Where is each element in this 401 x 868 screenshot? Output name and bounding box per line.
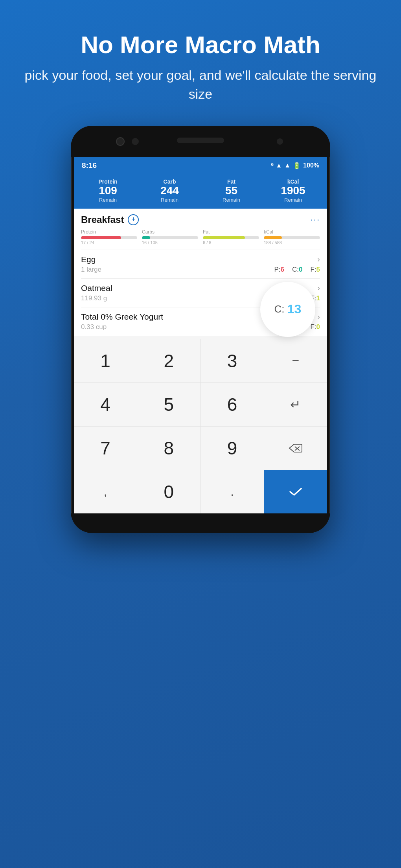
- add-food-button[interactable]: +: [128, 214, 139, 225]
- key-8[interactable]: 8: [137, 427, 200, 470]
- key-0[interactable]: 0: [137, 470, 200, 513]
- hero-subtitle: pick your food, set your goal, and we'll…: [24, 66, 377, 103]
- bubble-label: C:: [274, 303, 287, 315]
- food-name-yogurt: Total 0% Greek Yogurt: [81, 312, 163, 322]
- food-serving-egg: 1 large: [81, 266, 266, 274]
- fat-progress: Fat 6 / 8: [203, 229, 259, 245]
- food-name-oatmeal: Oatmeal: [81, 283, 112, 293]
- fat-bar-bg: [203, 236, 259, 239]
- fat-vals: 6 / 8: [203, 240, 259, 245]
- protein-prog-label: Protein: [81, 229, 137, 235]
- kcal-prog-label: kCal: [264, 229, 320, 235]
- carb-value: 244: [139, 185, 200, 197]
- meal-title-row: Breakfast +: [81, 214, 139, 225]
- food-macros-egg: P:6 C:0 F:5: [274, 266, 320, 274]
- camera-center-icon: [132, 138, 139, 145]
- food-name-row-egg: Egg ›: [81, 255, 320, 264]
- food-item-egg[interactable]: Egg › 1 large P:6 C:0 F:5: [74, 250, 327, 278]
- key-minus[interactable]: −: [264, 339, 327, 383]
- camera-icon: [116, 137, 125, 146]
- bubble-value: 13: [287, 302, 302, 316]
- numpad-row-3: 7 8 9: [74, 426, 327, 470]
- protein-bar-bg: [81, 236, 137, 239]
- chevron-right-icon-oatmeal: ›: [317, 283, 320, 292]
- key-9[interactable]: 9: [201, 427, 264, 470]
- phone-frame: 8:16 ⁶ ▲ ▲ 🔋 100% Protein 109 Remain Car…: [71, 126, 330, 533]
- protein-remain: Remain: [77, 197, 139, 203]
- chevron-right-icon-egg: ›: [317, 255, 320, 264]
- key-7[interactable]: 7: [74, 427, 137, 470]
- meal-title: Breakfast: [81, 214, 124, 225]
- food-name-egg: Egg: [81, 255, 96, 264]
- status-bar: 8:16 ⁶ ▲ ▲ 🔋 100%: [74, 157, 327, 174]
- food-serving-oatmeal: 119.93 g: [81, 294, 263, 302]
- carb-remain: Remain: [139, 197, 200, 203]
- macro-kcal: kCal 1905 Remain: [262, 178, 324, 203]
- key-2[interactable]: 2: [137, 339, 200, 383]
- key-4[interactable]: 4: [74, 383, 137, 426]
- status-icons: ⁶ ▲ ▲ 🔋 100%: [271, 162, 319, 169]
- battery-icon: 🔋: [293, 162, 301, 169]
- key-3[interactable]: 3: [201, 339, 264, 383]
- phone-top: [71, 126, 330, 157]
- kcal-vals: 188 / 588: [264, 240, 320, 245]
- fat-prog-label: Fat: [203, 229, 259, 235]
- macro-protein: Protein 109 Remain: [77, 178, 139, 203]
- protein-value: 109: [77, 185, 139, 197]
- protein-bar-fill: [81, 236, 121, 239]
- fat-label: Fat: [200, 178, 262, 185]
- wifi-icon: ⁶: [271, 162, 273, 169]
- more-options-button[interactable]: ···: [311, 215, 320, 225]
- signal-bars-icon: ▲: [284, 162, 291, 169]
- chevron-right-icon-yogurt: ›: [317, 312, 320, 321]
- meal-header: Breakfast + ···: [74, 209, 327, 228]
- egg-protein: P:6: [274, 266, 284, 274]
- hero-section: No More Macro Math pick your food, set y…: [0, 0, 401, 119]
- key-6[interactable]: 6: [201, 383, 264, 426]
- carbs-progress: Carbs 16 / 105: [142, 229, 198, 245]
- content-area: Breakfast + ··· Protein: [74, 209, 327, 513]
- carbs-vals: 16 / 105: [142, 240, 198, 245]
- kcal-bar-fill: [264, 236, 282, 239]
- key-comma[interactable]: ,: [74, 470, 137, 513]
- carb-bubble: C: 13: [260, 282, 315, 337]
- numpad-row-1: 1 2 3 −: [74, 339, 327, 383]
- protein-vals: 17 / 24: [81, 240, 137, 245]
- speaker-icon: [177, 138, 224, 143]
- kcal-label: kCal: [262, 178, 324, 185]
- kcal-bar-bg: [264, 236, 320, 239]
- numpad: 1 2 3 − 4 5 6 ↵ 7 8 9: [74, 339, 327, 513]
- key-dot[interactable]: .: [201, 470, 264, 513]
- key-backspace[interactable]: [264, 427, 327, 470]
- fat-bar-fill: [203, 236, 245, 239]
- key-5[interactable]: 5: [137, 383, 200, 426]
- status-time: 8:16: [82, 161, 97, 170]
- phone-screen: 8:16 ⁶ ▲ ▲ 🔋 100% Protein 109 Remain Car…: [74, 157, 327, 513]
- numpad-row-4: , 0 .: [74, 470, 327, 513]
- plus-icon: +: [131, 215, 136, 224]
- egg-carb: C:0: [292, 266, 302, 274]
- kcal-progress: kCal 188 / 588: [264, 229, 320, 245]
- phone-mockup: 8:16 ⁶ ▲ ▲ 🔋 100% Protein 109 Remain Car…: [71, 126, 330, 533]
- carbs-bar-bg: [142, 236, 198, 239]
- hero-title: No More Macro Math: [24, 31, 377, 58]
- macro-fat: Fat 55 Remain: [200, 178, 262, 203]
- signal-icon: ▲: [276, 162, 282, 169]
- food-serving-yogurt: 0.33 cup: [81, 323, 266, 331]
- fat-value: 55: [200, 185, 262, 197]
- macro-carb: Carb 244 Remain: [139, 178, 200, 203]
- battery-percent: 100%: [303, 162, 319, 169]
- carbs-prog-label: Carbs: [142, 229, 198, 235]
- key-1[interactable]: 1: [74, 339, 137, 383]
- numpad-row-2: 4 5 6 ↵: [74, 383, 327, 426]
- fat-remain: Remain: [200, 197, 262, 203]
- key-confirm[interactable]: [264, 470, 327, 513]
- egg-fat: F:5: [310, 266, 320, 274]
- macro-progress-row: Protein 17 / 24 Carbs 16 / 105: [74, 228, 327, 250]
- phone-bottom: [71, 513, 330, 533]
- key-enter[interactable]: ↵: [264, 383, 327, 426]
- carbs-bar-fill: [142, 236, 150, 239]
- macro-summary-bar: Protein 109 Remain Carb 244 Remain Fat 5…: [74, 174, 327, 209]
- oatmeal-section: Oatmeal › 119.93 g P:3 C:13 F:1: [74, 279, 327, 307]
- meal-section: Breakfast + ··· Protein: [74, 209, 327, 336]
